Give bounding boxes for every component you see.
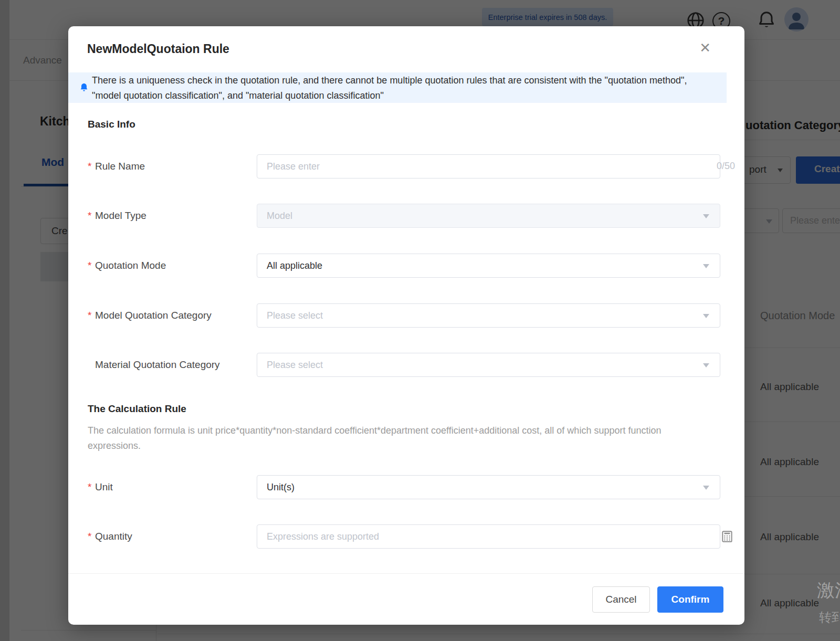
- field-label: * Model Type: [88, 204, 146, 228]
- chevron-down-icon: [703, 264, 709, 268]
- required-asterisk: *: [88, 531, 95, 542]
- unit-select[interactable]: Unit(s): [257, 475, 720, 499]
- calculator-icon[interactable]: [720, 530, 734, 543]
- close-icon[interactable]: ✕: [699, 41, 711, 55]
- chevron-down-icon: [703, 363, 709, 367]
- quotation-mode-select[interactable]: All applicable: [257, 254, 720, 278]
- dialog-footer: Cancel Confirm: [68, 573, 744, 625]
- required-asterisk: *: [88, 260, 95, 271]
- field-label: * Quantity: [88, 524, 132, 549]
- activation-watermark-line2: 转到“设置”以激活: [819, 609, 840, 626]
- form-row-model-type: * Model Type Model: [68, 204, 744, 228]
- field-label: * Unit: [88, 475, 113, 499]
- rule-name-input[interactable]: [257, 154, 720, 178]
- form-row-rule-name: * Rule Name 0/50: [68, 154, 744, 178]
- dialog-title: NewModelQuotaion Rule: [87, 42, 229, 56]
- notice-text: There is a uniqueness check in the quota…: [92, 73, 718, 103]
- new-model-quotation-rule-dialog: NewModelQuotaion Rule ✕ There is a uniqu…: [68, 26, 744, 625]
- cancel-button[interactable]: Cancel: [592, 586, 650, 613]
- calculation-rule-description: The calculation formula is unit price*qu…: [88, 423, 707, 454]
- model-quotation-category-select[interactable]: Please select: [257, 303, 720, 328]
- section-basic-info: Basic Info: [88, 119, 135, 130]
- field-label: * Model Quotation Category: [88, 303, 212, 328]
- screen: Enterprise trial expires in 508 days. ? …: [0, 0, 840, 641]
- form-row-material-quotation-category: * Material Quotation Category Please sel…: [68, 353, 744, 377]
- section-calculation-rule: The Calculation Rule: [88, 403, 186, 415]
- chevron-down-icon: [703, 314, 709, 318]
- required-asterisk: *: [88, 481, 95, 493]
- required-asterisk: *: [88, 310, 95, 321]
- confirm-button[interactable]: Confirm: [657, 586, 723, 613]
- form-row-quotation-mode: * Quotation Mode All applicable: [68, 254, 744, 278]
- uniqueness-notice-banner: There is a uniqueness check in the quota…: [68, 72, 727, 103]
- activation-watermark-line1: 激活 Windows: [817, 579, 840, 603]
- chevron-down-icon: [703, 214, 709, 218]
- form-row-unit: * Unit Unit(s): [68, 475, 744, 499]
- required-asterisk: *: [88, 161, 95, 172]
- field-label: * Quotation Mode: [88, 254, 166, 278]
- chevron-down-icon: [703, 486, 709, 490]
- model-type-select: Model: [257, 204, 720, 228]
- field-label: * Rule Name: [88, 154, 145, 178]
- quantity-input[interactable]: [257, 524, 720, 549]
- required-asterisk: *: [88, 210, 95, 222]
- material-quotation-category-select[interactable]: Please select: [257, 353, 720, 377]
- field-label: * Material Quotation Category: [88, 353, 220, 377]
- char-counter: 0/50: [717, 161, 735, 172]
- form-row-model-quotation-category: * Model Quotation Category Please select: [68, 303, 744, 328]
- notice-bell-icon: [80, 83, 88, 92]
- form-row-quantity: * Quantity: [68, 524, 744, 549]
